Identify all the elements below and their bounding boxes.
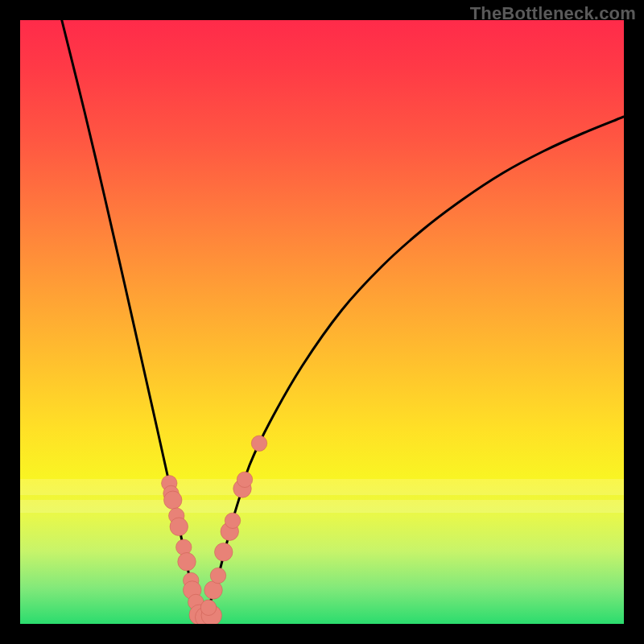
curve-right-branch: [201, 117, 624, 620]
data-marker: [225, 513, 241, 529]
plot-area: [20, 20, 624, 624]
data-marker: [164, 491, 183, 510]
data-marker: [237, 472, 253, 488]
data-marker: [200, 600, 217, 616]
data-marker: [176, 539, 192, 555]
data-marker: [210, 568, 226, 584]
curve-layer: [20, 20, 624, 624]
data-marker: [170, 518, 188, 536]
data-marker: [178, 553, 196, 572]
chart-frame: TheBottleneck.com: [0, 0, 644, 644]
data-marker: [251, 436, 267, 452]
data-marker: [204, 581, 223, 600]
bottleneck-curve: [62, 20, 624, 620]
data-marker: [215, 543, 233, 562]
